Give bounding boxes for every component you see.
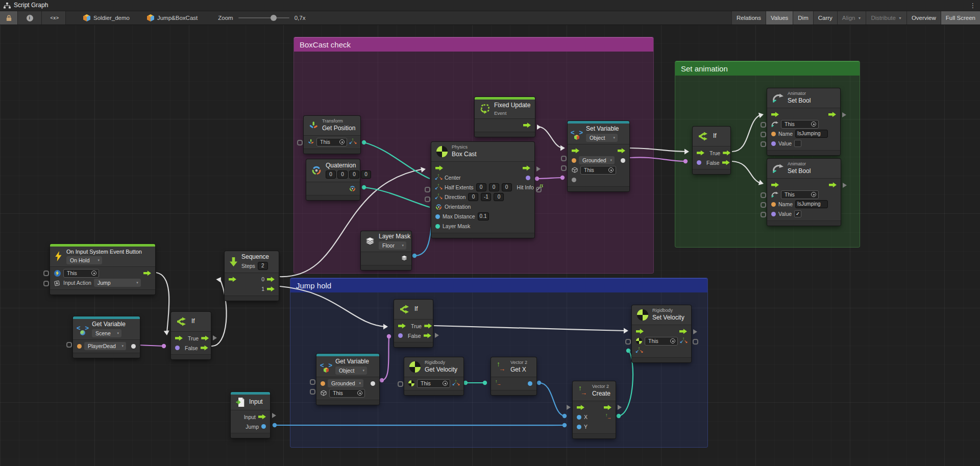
value-output-port[interactable]	[621, 158, 625, 163]
port[interactable]	[761, 132, 766, 137]
x-input-port[interactable]	[577, 415, 581, 420]
variable-name-port[interactable]	[572, 158, 576, 163]
node-get-variable-scene[interactable]: <> Get Variable Scene▾ PlayerDead▾	[73, 316, 140, 358]
half-extents-z[interactable]: 0	[502, 183, 512, 191]
true-output-port[interactable]	[201, 336, 209, 341]
node-fixed-update[interactable]: Fixed UpdateEvent	[475, 97, 535, 137]
node-vector2-get-x[interactable]: ↑→ Vector 2Get X ↑→	[491, 357, 536, 395]
value-port[interactable]	[771, 141, 776, 146]
control-input-port[interactable]	[697, 151, 704, 156]
control-output-connector[interactable]	[843, 183, 847, 188]
input-port[interactable]	[297, 140, 303, 145]
action-dropdown[interactable]: Jump▾	[94, 279, 141, 287]
port[interactable]	[693, 339, 698, 345]
node-if-jump[interactable]: If True False	[394, 300, 433, 347]
variable-name-dropdown[interactable]: PlayerDead▾	[84, 342, 126, 350]
false-output-port[interactable]	[424, 333, 431, 338]
control-input-port[interactable]	[572, 148, 579, 153]
name-port[interactable]	[561, 156, 567, 161]
control-output-port[interactable]	[604, 405, 611, 410]
object-picker-icon[interactable]	[670, 338, 675, 344]
variable-name-dropdown[interactable]: Grounded▾	[328, 379, 363, 387]
half-extents-port[interactable]	[425, 187, 430, 192]
name-value[interactable]: IsJumping	[795, 200, 828, 208]
align-button[interactable]: Align▼	[837, 11, 866, 24]
node-on-input-system-event[interactable]: On Input System Event Button On Hold▾ Th…	[50, 244, 155, 295]
more-menu-icon[interactable]: ⋮	[970, 2, 976, 9]
variable-name-dropdown[interactable]: Grounded▾	[579, 156, 615, 164]
bool-output-port[interactable]	[526, 176, 530, 180]
layermask-input-port[interactable]	[435, 224, 440, 229]
condition-port[interactable]	[175, 346, 180, 350]
layer-dropdown[interactable]: Floor▾	[379, 241, 406, 250]
port[interactable]	[761, 192, 766, 198]
node-box-cast[interactable]: PhysicsBox Cast ↑↙↘Center ↑↙↘Half Extent…	[431, 142, 534, 238]
variable-scope-dropdown[interactable]: Object▾	[586, 134, 618, 142]
info-button[interactable]: i	[18, 11, 42, 24]
node-transform-get-position[interactable]: TransformGet Position This ↑↙↘	[304, 116, 360, 154]
relations-button[interactable]: Relations	[731, 11, 766, 24]
float-output-port[interactable]	[528, 381, 532, 386]
fullscreen-button[interactable]: Full Screen	[941, 11, 980, 24]
false-connector[interactable]	[435, 333, 439, 338]
port[interactable]	[310, 379, 315, 385]
port[interactable]	[761, 141, 766, 147]
output-1-port[interactable]	[267, 286, 275, 291]
port[interactable]	[761, 212, 766, 217]
half-extents-x[interactable]: 0	[476, 183, 486, 191]
control-input-port[interactable]	[771, 112, 779, 117]
variable-scope-dropdown[interactable]: Object▾	[335, 366, 367, 375]
object-picker-icon[interactable]	[443, 381, 448, 386]
this-field[interactable]: This	[781, 120, 819, 129]
control-input-port[interactable]	[771, 182, 779, 187]
object-picker-icon[interactable]	[608, 167, 614, 173]
control-output-port[interactable]	[618, 148, 625, 153]
zoom-slider[interactable]	[238, 17, 289, 18]
max-distance-value[interactable]: 0.1	[478, 212, 489, 220]
port[interactable]	[66, 342, 72, 348]
node-vector2-create[interactable]: ↑→ Vector 2Create X↑→ Y	[573, 381, 616, 438]
variable-scope-dropdown[interactable]: Scene▾	[92, 329, 121, 337]
quaternion-y[interactable]: 0	[337, 170, 348, 179]
this-field[interactable]: This	[316, 138, 347, 146]
carry-button[interactable]: Carry	[813, 11, 837, 24]
control-input-connector[interactable]	[567, 405, 571, 410]
direction-y[interactable]: -1	[481, 193, 491, 201]
name-port[interactable]	[321, 381, 325, 386]
control-output-connector[interactable]	[842, 112, 846, 117]
control-output-connector[interactable]	[618, 405, 622, 410]
control-output-connector[interactable]	[537, 125, 541, 130]
group-header[interactable]: BoxCast check	[294, 37, 653, 52]
control-input-port[interactable]	[435, 165, 443, 170]
control-input-port[interactable]	[577, 405, 584, 410]
true-output-port[interactable]	[424, 324, 432, 329]
object-picker-icon[interactable]	[339, 139, 345, 144]
value-output-port[interactable]	[131, 344, 136, 349]
node-get-variable-object[interactable]: <> Get Variable Object▾ Grounded▾ This	[316, 354, 379, 405]
false-output-port[interactable]	[722, 160, 730, 165]
object-picker-icon[interactable]	[811, 192, 816, 197]
port[interactable]	[310, 389, 315, 395]
control-output-connector[interactable]	[272, 413, 276, 418]
dim-button[interactable]: Dim	[793, 11, 813, 24]
steps-value[interactable]: 2	[258, 262, 268, 270]
values-button[interactable]: Values	[766, 11, 793, 24]
control-output-connector[interactable]	[693, 329, 697, 334]
value-checkbox[interactable]	[794, 140, 801, 147]
node-if-animation[interactable]: If True False	[693, 127, 730, 174]
control-output-port[interactable]	[143, 271, 151, 276]
node-quaternion[interactable]: Quaternion 0 0 0 0	[306, 159, 360, 200]
object-port[interactable]	[561, 165, 567, 171]
true-connector[interactable]	[213, 335, 217, 340]
this-field[interactable]: This	[645, 337, 678, 346]
port[interactable]	[43, 281, 49, 286]
control-output-port[interactable]	[829, 182, 837, 187]
node-layer-mask[interactable]: Layer Mask Floor▾	[361, 231, 411, 270]
name-port[interactable]	[771, 132, 776, 136]
node-get-velocity[interactable]: RigidbodyGet Velocity This ↑↙↘	[404, 357, 463, 395]
port[interactable]	[43, 271, 49, 276]
control-input-port[interactable]	[398, 324, 406, 329]
port[interactable]	[761, 202, 766, 208]
control-output-port[interactable]	[523, 122, 531, 128]
port[interactable]	[625, 339, 631, 345]
